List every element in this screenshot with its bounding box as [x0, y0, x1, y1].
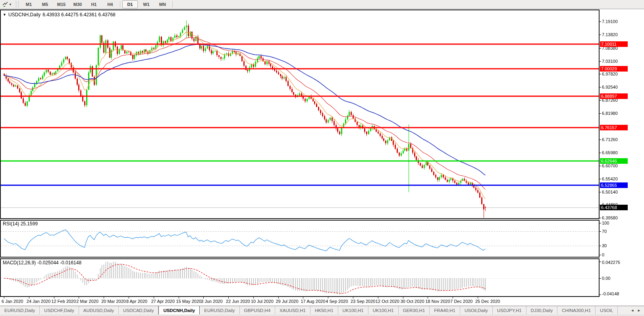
- tab-usdcad-daily[interactable]: USDCAD,Daily: [119, 306, 158, 315]
- price-tick-6.71260: 6.71260: [602, 137, 618, 142]
- hline-price-flag-6.62646[interactable]: 6.62646: [600, 158, 628, 164]
- rsi-tick-100: 100: [602, 221, 609, 225]
- date-tick-20: 25 Dec 2020: [475, 299, 500, 304]
- hline-price-flag-7.00029[interactable]: 7.00029: [600, 66, 628, 72]
- price-tick-7.13820: 7.13820: [602, 32, 618, 37]
- rsi-tick-30: 30: [602, 243, 607, 248]
- date-tick-17: 30 Oct 2020: [401, 299, 424, 304]
- chart-cursor-icon[interactable]: ▼: [1, 0, 13, 8]
- tab-ger30-h1[interactable]: GER30,H1: [399, 306, 430, 315]
- chevron-down-icon: ▼: [9, 3, 12, 6]
- date-tick-16: 12 Oct 2020: [376, 299, 399, 304]
- hline-price-flag-7.10011[interactable]: 7.10011: [600, 41, 628, 47]
- symbol-tabs: EURUSD,DailyUSDCHF,DailyAUDUSD,DailyUSDC…: [0, 306, 627, 315]
- timeframe-button-H1[interactable]: H1: [86, 0, 102, 8]
- tab-usoil-[interactable]: USOil,: [596, 306, 618, 315]
- chart-canvas[interactable]: [0, 0, 644, 316]
- tab-usdcnh-daily[interactable]: USDCNH,Daily: [158, 306, 200, 315]
- tab-fra40-h1[interactable]: FRA40,H1: [430, 306, 460, 315]
- toolbar: ▼ M1M5M15M30H1H4D1W1MN: [0, 0, 644, 9]
- date-tick-8: 15 May 2020: [176, 299, 202, 304]
- hline-price-flag-6.76157[interactable]: 6.76157: [600, 125, 628, 130]
- date-tick-18: 18 Nov 2020: [425, 299, 450, 304]
- ohlc-values: 6.43933 6.44275 6.42361 6.43768: [42, 12, 116, 17]
- price-tick-6.97820: 6.97820: [602, 72, 618, 76]
- price-tick-6.92540: 6.92540: [602, 85, 618, 89]
- chart-title: ▼ USDCNH,Daily 6.43933 6.44275 6.42361 6…: [3, 12, 116, 17]
- date-tick-1: 6 Jan 2020: [2, 299, 23, 304]
- tab-usoil-daily[interactable]: USOil,Daily: [460, 306, 493, 315]
- price-tick-7.03100: 7.03100: [602, 59, 618, 64]
- tab-hk50-h1[interactable]: HK50,H1: [310, 306, 338, 315]
- price-tick-6.55420: 6.55420: [602, 176, 618, 181]
- date-tick-14: 4 Sep 2020: [326, 299, 348, 304]
- tab-uk100-h1[interactable]: UK100,H1: [368, 306, 399, 315]
- tab-audusd-daily[interactable]: AUDUSD,Daily: [79, 306, 119, 315]
- tab-dj30-daily[interactable]: DJ30,Daily: [526, 306, 558, 315]
- tab-usdchf-daily[interactable]: USDCHF,Daily: [40, 306, 79, 315]
- date-tick-15: 23 Sep 2020: [351, 299, 375, 304]
- symbol-period-label: USDCNH,Daily: [8, 12, 40, 17]
- price-tick-6.39580: 6.39580: [602, 215, 618, 220]
- hline-price-flag-6.52865[interactable]: 6.52865: [600, 182, 628, 188]
- tab-scroll-right-icon[interactable]: ►: [637, 308, 641, 312]
- timeframe-button-W1[interactable]: W1: [139, 0, 154, 8]
- tab-uk100-h1[interactable]: UK100,H1: [338, 306, 368, 315]
- date-tick-11: 10 Jul 2020: [251, 299, 274, 304]
- date-tick-9: 3 Jun 2020: [201, 299, 222, 304]
- timeframe-button-MN[interactable]: MN: [155, 0, 170, 8]
- rsi-tick-0: 0: [602, 252, 604, 257]
- cursor-glyph: [2, 2, 8, 7]
- symbol-tabbar: EURUSD,DailyUSDCHF,DailyAUDUSD,DailyUSDC…: [0, 306, 644, 315]
- status-strip: [0, 314, 644, 316]
- timeframe-button-M15[interactable]: M15: [54, 0, 69, 8]
- date-tick-2: 24 Jan 2020: [27, 299, 51, 304]
- date-tick-12: 29 Jul 2020: [276, 299, 299, 304]
- date-tick-6: 8 Apr 2020: [126, 299, 147, 304]
- date-tick-5: 20 Mar 2020: [101, 299, 126, 304]
- timeframe-buttons: M1M5M15M30H1H4D1W1MN: [21, 0, 174, 8]
- price-tick-6.50140: 6.50140: [602, 190, 618, 194]
- timeframe-button-M30[interactable]: M30: [70, 0, 85, 8]
- date-tick-4: 2 Mar 2020: [76, 299, 98, 304]
- date-tick-3: 12 Feb 2020: [52, 299, 76, 304]
- macd-tick-zero: 0.00: [602, 276, 610, 281]
- date-tick-10: 22 Jun 2020: [226, 299, 250, 304]
- timeframe-button-H4[interactable]: H4: [102, 0, 118, 8]
- rsi-label: RSI(14) 25.1599: [3, 221, 38, 227]
- tab-eurusd-daily[interactable]: EURUSD,Daily: [200, 306, 239, 315]
- tab-scroll-left-icon[interactable]: ◄: [631, 308, 634, 312]
- timeframe-button-M1[interactable]: M1: [21, 0, 37, 8]
- tab-china300-h1[interactable]: CHINA300,H1: [557, 306, 596, 315]
- price-tick-6.65980: 6.65980: [602, 150, 618, 155]
- timeframe-button-M5[interactable]: M5: [37, 0, 53, 8]
- price-tick-6.60700: 6.60700: [602, 163, 618, 168]
- date-tick-19: 7 Dec 2020: [450, 299, 472, 304]
- tab-eurusd-daily[interactable]: EURUSD,Daily: [0, 306, 40, 315]
- macd-tick-max: 0.042275: [602, 260, 620, 265]
- toolbar-grip: [16, 1, 19, 8]
- price-tick-7.19100: 7.19100: [602, 19, 618, 24]
- tab-scroll-arrows: ◄ ►: [627, 306, 644, 315]
- rsi-tick-70: 70: [602, 229, 607, 234]
- date-tick-7: 27 Apr 2020: [151, 299, 175, 304]
- macd-tick-min: -0.04148: [602, 291, 619, 296]
- timeframe-button-D1[interactable]: D1: [122, 0, 138, 8]
- tab-xauusd-h1[interactable]: XAUUSD,H1: [275, 306, 310, 315]
- date-tick-13: 17 Aug 2020: [301, 299, 325, 304]
- hline-price-flag-6.88897[interactable]: 6.88897: [600, 93, 628, 99]
- collapse-indicators-icon[interactable]: ▼: [3, 13, 6, 17]
- tab-usdjpy-h1[interactable]: USDJPY,H1: [493, 306, 526, 315]
- macd-label: MACD(12,26,9) -0.025044 -0.016148: [3, 260, 81, 266]
- current-price-flag: 6.43768: [600, 205, 628, 210]
- tab-gbpusd-h4[interactable]: GBPUSD,H4: [240, 306, 275, 315]
- price-tick-6.81980: 6.81980: [602, 111, 618, 116]
